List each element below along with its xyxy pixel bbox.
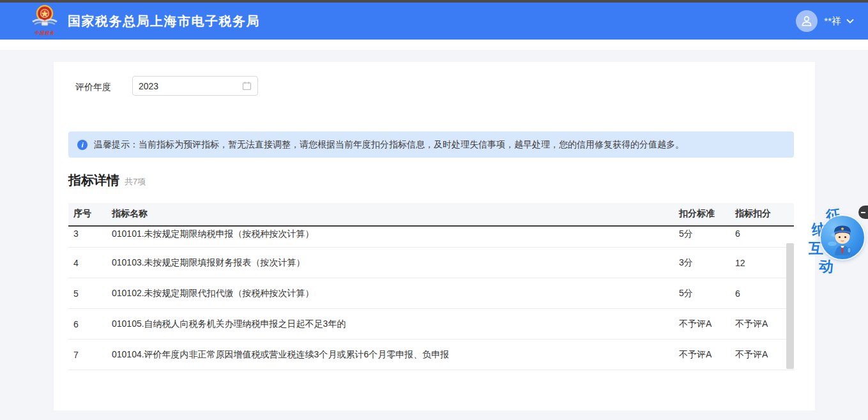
calendar-icon[interactable] bbox=[242, 81, 252, 91]
cell-name: 010101.未按规定期限纳税申报（按税种按次计算） bbox=[112, 229, 679, 240]
table-row: 7 010104.评价年度内非正常原因增值税或营业税连续3个月或累计6个月零申报… bbox=[68, 340, 794, 370]
indicator-table: 序号 指标名称 扣分标准 指标扣分 3 010101.未按规定期限纳税申报（按税… bbox=[68, 203, 794, 370]
cell-name: 010104.评价年度内非正常原因增值税或营业税连续3个月或累计6个月零申报、负… bbox=[112, 349, 679, 361]
cell-name: 010103.未按规定期限填报财务报表（按次计算） bbox=[112, 257, 679, 269]
tax-bureau-logo: 中国税务 bbox=[29, 4, 60, 38]
cell-standard: 不予评A bbox=[679, 319, 735, 330]
table-scrollbar-thumb[interactable] bbox=[786, 243, 794, 369]
user-menu[interactable]: **祥 bbox=[796, 10, 854, 32]
app-header: 中国税务 国家税务总局上海市电子税务局 **祥 bbox=[0, 3, 868, 40]
cell-deduction: 6 bbox=[735, 289, 794, 299]
page-title: 国家税务总局上海市电子税务局 bbox=[68, 13, 260, 30]
cell-deduction: 6 bbox=[735, 229, 794, 239]
user-avatar bbox=[796, 10, 818, 32]
cell-standard: 不予评A bbox=[679, 349, 735, 361]
user-name: **祥 bbox=[824, 15, 841, 27]
notice-banner: i 温馨提示：当前指标为预评指标，暂无法直接调整，请您根据当前年度扣分指标信息，… bbox=[68, 131, 794, 158]
cell-name: 010105.自纳税人向税务机关办理纳税申报之日起不足3年的 bbox=[112, 319, 679, 330]
year-field-label: 评价年度 bbox=[75, 82, 111, 93]
header-spacer bbox=[0, 40, 868, 50]
cell-no: 5 bbox=[68, 289, 112, 299]
chevron-down-icon bbox=[846, 19, 854, 24]
table-row: 3 010101.未按规定期限纳税申报（按税种按次计算） 5分 6 bbox=[68, 227, 794, 248]
year-picker[interactable] bbox=[132, 76, 258, 96]
mascot-avatar-icon bbox=[821, 216, 864, 259]
section-heading: 指标详情 共7项 bbox=[68, 172, 146, 189]
cell-name: 010102.未按规定期限代扣代缴（按税种按次计算） bbox=[112, 288, 679, 299]
minus-icon bbox=[861, 212, 865, 213]
notice-text: 温馨提示：当前指标为预评指标，暂无法直接调整，请您根据当前年度扣分指标信息，及时… bbox=[94, 139, 684, 151]
info-icon: i bbox=[77, 140, 88, 150]
tax-emblem-caption: 中国税务 bbox=[34, 30, 55, 36]
cell-standard: 3分 bbox=[679, 257, 735, 269]
widget-collapse-handle[interactable] bbox=[858, 206, 868, 219]
cell-no: 6 bbox=[68, 319, 112, 329]
cell-no: 3 bbox=[68, 229, 112, 239]
mascot-char: 动 bbox=[818, 256, 834, 277]
section-title: 指标详情 bbox=[68, 172, 119, 189]
cell-deduction: 不予评A bbox=[735, 349, 794, 361]
table-header-row: 序号 指标名称 扣分标准 指标扣分 bbox=[68, 203, 794, 224]
column-header-deduction: 指标扣分 bbox=[735, 208, 794, 220]
cell-deduction: 不予评A bbox=[735, 319, 794, 330]
cell-no: 7 bbox=[68, 350, 112, 360]
tax-emblem-icon bbox=[31, 4, 59, 30]
table-row: 5 010102.未按规定期限代扣代缴（按税种按次计算） 5分 6 bbox=[68, 278, 794, 309]
cell-standard: 5分 bbox=[679, 229, 735, 240]
year-input[interactable] bbox=[139, 81, 242, 91]
cell-deduction: 12 bbox=[735, 258, 794, 268]
section-count: 共7项 bbox=[125, 176, 146, 188]
column-header-no: 序号 bbox=[68, 208, 112, 220]
column-header-name: 指标名称 bbox=[112, 208, 679, 220]
content-card: 评价年度 i 温馨提示：当前指标为预评指标，暂无法直接调整，请您根据当前年度扣分… bbox=[54, 62, 815, 410]
user-icon bbox=[800, 15, 813, 27]
table-row: 6 010105.自纳税人向税务机关办理纳税申报之日起不足3年的 不予评A 不予… bbox=[68, 309, 794, 340]
cell-no: 4 bbox=[68, 258, 112, 268]
column-header-standard: 扣分标准 bbox=[679, 208, 735, 220]
cell-standard: 5分 bbox=[679, 288, 735, 299]
table-row: 4 010103.未按规定期限填报财务报表（按次计算） 3分 12 bbox=[68, 248, 794, 278]
